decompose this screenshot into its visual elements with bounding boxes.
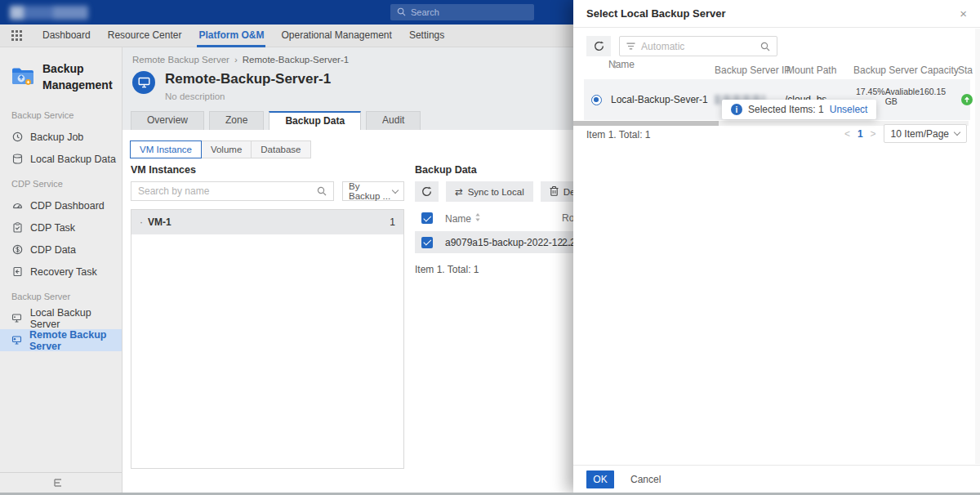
global-search-placeholder: Search: [411, 7, 439, 17]
sidebar-item-cdp-data[interactable]: CDP Data: [0, 239, 122, 261]
sidebar-item-local-backup-data[interactable]: Local Backup Data: [0, 148, 122, 170]
local-backup-data-icon: [11, 154, 23, 164]
scrollbar-thumb[interactable]: [573, 121, 719, 126]
page-title: Remote-Backup-Server-1: [165, 71, 331, 87]
vm-search-input[interactable]: Search by name: [131, 181, 334, 201]
prev-page-button[interactable]: <: [844, 128, 850, 140]
subtab-vm-instance[interactable]: VM Instance: [130, 140, 202, 158]
collapse-sidebar-icon[interactable]: [54, 475, 64, 490]
page-size-select[interactable]: 10 Item/Page: [884, 124, 967, 143]
pagination: < 1 > 10 Item/Page: [844, 124, 967, 143]
next-page-button[interactable]: >: [871, 128, 876, 140]
close-icon[interactable]: ×: [960, 7, 967, 20]
tab-overview[interactable]: Overview: [131, 111, 204, 130]
trash-icon: [550, 186, 559, 198]
filter-icon: [626, 41, 635, 52]
tab-audit[interactable]: Audit: [366, 111, 421, 130]
tree-bullet-icon: ·: [140, 216, 143, 228]
vm-filter-select[interactable]: By Backup ...: [342, 181, 404, 201]
apps-grid-icon[interactable]: [11, 30, 22, 41]
nav-item-dashboard[interactable]: Dashboard: [41, 25, 92, 47]
sidebar: Backup Management Backup Service Backup …: [0, 47, 122, 493]
row-radio-selected[interactable]: [591, 95, 602, 105]
sidebar-footer: [0, 472, 122, 493]
sync-to-local-button[interactable]: ⇄ Sync to Local: [446, 181, 533, 202]
vm-instances-panel: VM Instances Search by name By Backup ..…: [131, 164, 404, 469]
nav-item-operational-management[interactable]: Operational Management: [279, 25, 393, 47]
refresh-button[interactable]: [415, 181, 439, 202]
column-backup-server-capacity: Backup Server Capacity: [853, 65, 959, 76]
select-local-backup-server-drawer: Select Local Backup Server × Automatic N…: [573, 0, 980, 493]
sidebar-section-backup-service: Backup Service: [0, 101, 122, 126]
sidebar-item-remote-backup-server[interactable]: Remote Backup Server: [0, 329, 122, 351]
cancel-button[interactable]: Cancel: [630, 474, 661, 485]
search-icon[interactable]: [317, 186, 327, 196]
breadcrumb-current: Remote-Backup-Server-1: [243, 55, 349, 65]
unselect-link[interactable]: Unselect: [830, 104, 868, 115]
breadcrumb-parent[interactable]: Remote Backup Server: [132, 55, 229, 65]
sidebar-item-local-backup-server[interactable]: Local Backup Server: [0, 307, 122, 329]
sidebar-item-label: Local Backup Server: [30, 307, 122, 330]
sidebar-item-label: CDP Data: [30, 244, 76, 256]
drawer-title: Select Local Backup Server: [586, 7, 726, 20]
vm-backup-count: 1: [390, 216, 395, 228]
cdp-task-icon: [11, 222, 23, 233]
row-checkbox[interactable]: [421, 237, 433, 248]
search-icon: [397, 7, 406, 18]
vm-list: · VM-1 1: [131, 209, 404, 469]
sidebar-item-label: Remote Backup Server: [29, 329, 122, 352]
page-number[interactable]: 1: [858, 128, 863, 140]
sidebar-header: Backup Management: [0, 47, 122, 101]
column-name: Name: [445, 212, 481, 225]
capacity-available: Avaliable160.15 GB: [885, 87, 951, 106]
drawer-search-input[interactable]: Automatic: [619, 36, 777, 56]
breadcrumb-separator-icon: ›: [234, 55, 238, 65]
sync-icon: ⇄: [455, 186, 463, 198]
info-icon: i: [731, 104, 742, 115]
subtab-bar: VM Instance Volume Database: [131, 140, 311, 158]
page-size-value: 10 Item/Page: [891, 128, 949, 140]
sidebar-item-cdp-task[interactable]: CDP Task: [0, 216, 122, 239]
search-icon[interactable]: [760, 42, 770, 51]
subtab-database[interactable]: Database: [251, 140, 310, 158]
nav-item-platform-om[interactable]: Platform O&M: [197, 25, 265, 47]
nav-item-settings[interactable]: Settings: [408, 25, 446, 47]
drawer-table-header: Name Backup Server IP Mount Path Backup …: [573, 65, 980, 79]
chevron-down-icon: [392, 186, 399, 193]
server-name: Local-Backup-Sever-1: [611, 94, 708, 105]
sidebar-item-label: Local Backup Data: [30, 154, 116, 165]
column-mount-path: Mount Path: [786, 65, 836, 76]
drawer-footer: OK Cancel: [573, 465, 980, 493]
column-backup-server-ip: Backup Server IP: [715, 65, 791, 76]
tab-zone[interactable]: Zone: [209, 111, 264, 130]
local-backup-server-icon: [11, 313, 23, 323]
backup-name: a9079a15-backup-2022-12...: [445, 237, 571, 248]
sidebar-section-backup-server: Backup Server: [0, 283, 122, 307]
nav-item-resource-center[interactable]: Resource Center: [106, 25, 184, 47]
vm-name: VM-1: [148, 216, 172, 228]
sort-icon[interactable]: [612, 60, 618, 69]
vertical-scrollbar[interactable]: [975, 29, 980, 464]
page-subtitle: No description: [165, 91, 331, 101]
backup-management-icon: [11, 66, 34, 89]
global-search-input[interactable]: Search: [390, 4, 534, 20]
select-all-checkbox[interactable]: [421, 212, 433, 224]
cdp-dashboard-icon: [11, 200, 23, 211]
sidebar-item-backup-job[interactable]: Backup Job: [0, 126, 122, 148]
subtab-volume[interactable]: Volume: [201, 140, 252, 158]
sidebar-item-cdp-dashboard[interactable]: CDP Dashboard: [0, 194, 122, 216]
tab-backup-data[interactable]: Backup Data: [269, 111, 361, 130]
sidebar-item-recovery-task[interactable]: Recovery Task: [0, 261, 122, 283]
sidebar-title: Backup Management: [42, 61, 111, 93]
sidebar-item-label: Recovery Task: [30, 266, 97, 278]
sort-icon[interactable]: [474, 212, 481, 222]
drawer-toolbar: Automatic: [586, 36, 777, 56]
ok-button[interactable]: OK: [586, 470, 614, 488]
column-status: Sta: [958, 65, 973, 76]
selected-items-label: Selected Items: 1: [748, 104, 824, 115]
drawer-refresh-button[interactable]: [586, 36, 611, 56]
vm-list-item[interactable]: · VM-1 1: [131, 210, 403, 234]
brand-logo: [10, 6, 88, 20]
drawer-table-summary: Item 1. Total: 1: [586, 129, 651, 140]
backup-job-icon: [11, 132, 23, 142]
